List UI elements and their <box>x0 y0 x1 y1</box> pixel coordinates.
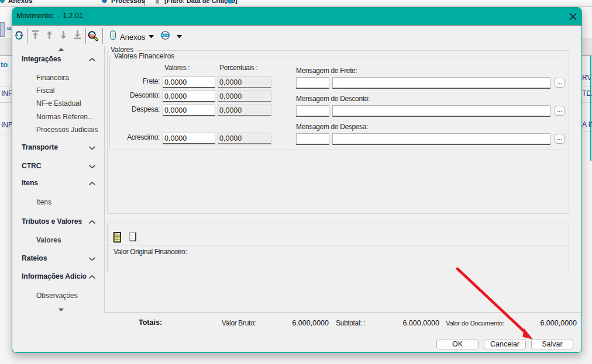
svg-text:SQL: SQL <box>89 34 95 37</box>
